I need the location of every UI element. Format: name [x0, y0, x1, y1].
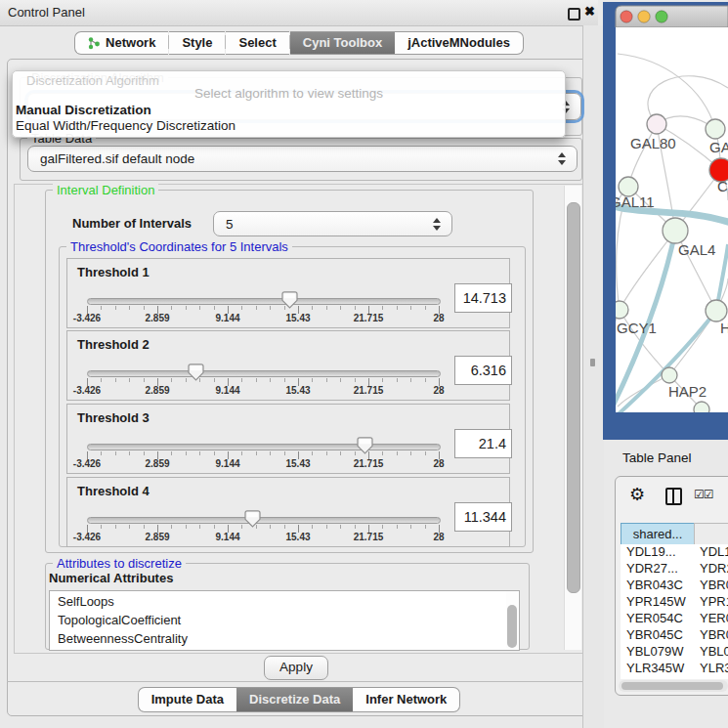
vertical-scrollbar-thumb[interactable] [567, 202, 580, 593]
cell-shared-name[interactable]: YLR345W [626, 661, 684, 675]
tab-cyni-toolbox[interactable]: Cyni Toolbox [290, 31, 395, 55]
slider-thumb[interactable] [188, 364, 204, 381]
tab-style[interactable]: Style [169, 31, 225, 55]
tab-network[interactable]: Network [74, 31, 168, 55]
horizontal-scrollbar-thumb[interactable] [621, 682, 723, 690]
cell-shared-name[interactable]: YBL079W [626, 644, 684, 659]
network-node[interactable] [647, 114, 666, 134]
tick-mark [115, 378, 116, 382]
tab-jactivemnodules[interactable]: jActiveMNodules [395, 31, 524, 55]
threshold-label: Threshold 1 [77, 265, 150, 279]
threshold-value-field[interactable]: 6.316 [454, 356, 512, 385]
minimize-traffic-light-icon[interactable] [638, 11, 650, 22]
tick-label: 2.859 [145, 532, 169, 542]
cell-name[interactable]: YIL052C [700, 677, 728, 679]
float-window-icon[interactable] [568, 8, 580, 21]
cell-name[interactable]: YBR045C [700, 627, 728, 642]
table-row[interactable]: YBL079WYBL079W [621, 644, 728, 661]
cell-name[interactable]: YLR345W [700, 661, 728, 675]
cell-shared-name[interactable]: YER054C [626, 611, 683, 625]
numerical-attributes-list[interactable]: SelfLoopsTopologicalCoefficientBetweenne… [49, 590, 520, 651]
network-node[interactable] [662, 367, 677, 383]
cell-name[interactable]: YER054C [700, 611, 728, 625]
list-scrollbar-thumb[interactable] [507, 605, 517, 648]
network-node[interactable] [663, 218, 688, 243]
slider-track[interactable] [87, 298, 441, 305]
cell-shared-name[interactable]: YBR045C [626, 627, 683, 642]
tab-impute-data[interactable]: Impute Data [138, 687, 236, 712]
dropdown-item-manual-discretization[interactable]: Manual Discretization [16, 103, 561, 118]
tick-label: 2.859 [145, 385, 169, 396]
cell-shared-name[interactable]: YPR145W [626, 594, 686, 609]
table-row[interactable]: YBR045CYBR045C [621, 627, 728, 644]
zoom-traffic-light-icon[interactable] [656, 11, 667, 22]
tick-mark [410, 451, 411, 455]
node-label: HAP2 [668, 383, 707, 400]
tick-mark [270, 451, 271, 455]
splitter-grip-icon[interactable] [590, 359, 595, 366]
threshold-value-field[interactable]: 11.344 [454, 502, 512, 532]
list-item[interactable]: SelfLoops [58, 594, 114, 613]
threshold-4-panel: Threshold 4-3.4262.8599.14415.4321.71528… [66, 477, 510, 547]
tick-label: 9.144 [215, 385, 239, 396]
tab-infer-network[interactable]: Infer Network [353, 687, 460, 712]
threshold-value-field[interactable]: 14.713 [454, 283, 512, 313]
list-item[interactable]: BetweennessCentrality [58, 631, 188, 650]
cell-name[interactable]: YDL19... [700, 544, 728, 559]
tick-mark [326, 378, 327, 382]
network-node[interactable] [706, 119, 725, 139]
table-row[interactable]: YDR27...YDR27... [621, 561, 728, 578]
tab-select[interactable]: Select [226, 31, 288, 55]
tick-label: 28 [433, 313, 444, 323]
slider-track[interactable] [87, 517, 441, 524]
threshold-value-field[interactable]: 21.4 [454, 429, 512, 458]
apply-button[interactable]: Apply [264, 656, 328, 680]
table-row[interactable]: YDL19...YDL19... [621, 544, 728, 561]
table-row[interactable]: YIL052CYIL052C [621, 677, 728, 679]
table-row[interactable]: YER054CYER054C [621, 611, 728, 627]
table-row[interactable]: YLR345WYLR345W [621, 661, 728, 677]
cell-name[interactable]: YDR27... [700, 561, 728, 576]
split-view-icon[interactable] [665, 488, 682, 505]
cell-name[interactable]: YBL079W [700, 644, 728, 659]
tick-label: 21.715 [354, 532, 384, 542]
tick-label: 28 [433, 458, 444, 469]
tick-label: -3.426 [73, 532, 101, 542]
close-icon[interactable]: ✖ [584, 4, 595, 19]
table-row[interactable]: YBR043CYBR043C [621, 578, 728, 594]
horizontal-scrollbar[interactable] [619, 680, 728, 692]
close-traffic-light-icon[interactable] [621, 11, 632, 22]
tab-label: jActiveMNodules [407, 32, 510, 54]
table-row[interactable]: YPR145WYPR145W [621, 594, 728, 611]
slider-track[interactable] [87, 370, 441, 377]
tick-mark [397, 378, 398, 382]
cell-shared-name[interactable]: YDR27... [626, 561, 678, 576]
cell-name[interactable]: YPR145W [700, 594, 728, 609]
slider-thumb[interactable] [357, 437, 373, 454]
cell-shared-name[interactable]: YBR043C [626, 578, 683, 592]
tick-mark [284, 525, 285, 529]
tab-discretize-data[interactable]: Discretize Data [236, 687, 353, 712]
list-item[interactable]: TopologicalCoefficient [58, 613, 181, 631]
column-header-shared-name[interactable]: shared... [621, 523, 695, 545]
network-node[interactable] [706, 300, 727, 321]
tick-mark [312, 378, 313, 382]
slider-thumb[interactable] [281, 291, 298, 309]
cell-shared-name[interactable]: YDL19... [626, 544, 676, 559]
cell-shared-name[interactable]: YIL052C [626, 677, 676, 679]
cell-name[interactable]: YBR043C [700, 578, 728, 592]
column-header-name[interactable]: name [694, 523, 728, 545]
slider-thumb[interactable] [244, 510, 261, 528]
tick-mark [144, 525, 145, 529]
network-canvas[interactable]: GAL80GACGAL11GAL4GCY1HHAP2 [603, 0, 728, 440]
panel-splitter[interactable] [582, 25, 604, 728]
settings-gear-icon[interactable]: ⚙ [629, 484, 645, 505]
tick-mark [270, 378, 271, 382]
list-scrollbar[interactable] [506, 591, 518, 648]
number-of-intervals-spinner[interactable]: 5 [213, 211, 452, 236]
select-columns-icon[interactable]: ☑☑ [694, 488, 713, 501]
network-view-area: GAL80GACGAL11GAL4GCY1HHAP2 [603, 0, 728, 440]
slider-track[interactable] [87, 444, 441, 450]
dropdown-item-equal-width-frequency[interactable]: Equal Width/Frequency Discretization [16, 118, 561, 134]
table-data-combobox[interactable]: galFiltered.sif default node [27, 146, 578, 172]
